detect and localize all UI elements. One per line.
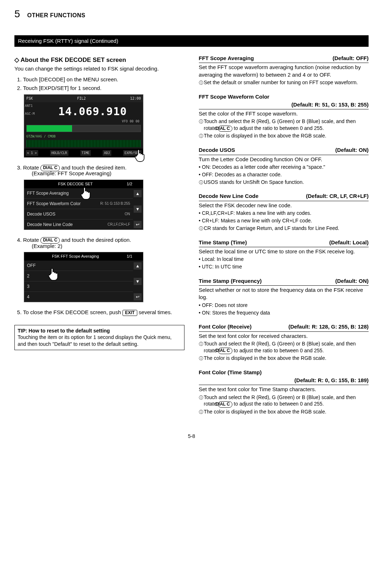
setting-timestamp-frequency: Time Stamp (Frequency)(Default: ON) Sele… — [199, 277, 369, 316]
ss1-meter — [26, 125, 141, 132]
ss1-clock: 12:00 — [130, 96, 141, 101]
dial-c-key: DIAL C — [218, 126, 232, 132]
setting-decode-usos: Decode USOS(Default: ON) Turn the Letter… — [199, 146, 369, 185]
ss1-mode: FSK — [26, 96, 33, 101]
setting-timestamp-time: Time Stamp (Time)(Default: Local) Select… — [199, 239, 369, 270]
ss1-filter: FIL2 — [77, 96, 86, 101]
intro-text: You can change the settings related to F… — [14, 65, 184, 72]
setting-fft-averaging: FFT Scope Averaging(Default: OFF) Set th… — [199, 55, 369, 86]
chapter-title: OTHER FUNCTIONS — [27, 12, 85, 19]
dial-c-key: DIAL C — [218, 348, 232, 354]
right-column: FFT Scope Averaging(Default: OFF) Set th… — [199, 55, 369, 422]
setting-decode-newline: Decode New Line Code(Default: CR, LF, CR… — [199, 193, 369, 231]
setting-font-color-receive: Font Color (Receive)(Default: R: 128, G:… — [199, 323, 369, 361]
page-footer: 5-8 — [14, 433, 369, 440]
dial-c-key: DIAL C — [218, 401, 232, 408]
chapter-number: 5 — [14, 7, 20, 21]
touch-hand-icon — [132, 146, 148, 162]
exit-key: EXIT — [123, 310, 137, 316]
radio-screenshot-1: FSK FIL2 12:00 ANT1 AGC-M 14.069.910 VFO… — [24, 94, 143, 158]
ss1-frequency: 14.069.910 — [42, 102, 143, 119]
left-column: ◇ About the FSK DECODE SET screen You ca… — [14, 55, 184, 422]
subsection-heading: ◇ About the FSK DECODE SET screen — [14, 56, 184, 64]
touch-hand-icon — [46, 265, 62, 281]
chapter-header: 5 OTHER FUNCTIONS — [14, 7, 369, 21]
step-3: Rotate DIAL C and touch the desired item… — [23, 164, 184, 177]
step-5: To close the FSK DECODE screen, push EXI… — [23, 309, 184, 316]
step-1: Touch [DECODE] on the MENU screen. — [23, 76, 184, 83]
touch-hand-icon — [78, 184, 94, 200]
setting-fft-waveform-color: FFT Scope Waveform Color (Default: R: 51… — [199, 93, 369, 140]
tip-body: Touching the item or its option for 1 se… — [18, 334, 172, 347]
step-2: Touch [EXPD/SET] for 1 second. — [23, 85, 184, 92]
section-bar: Receiving FSK (RTTY) signal (Continued) — [14, 35, 369, 47]
radio-screenshot-2: FSK DECODE SET1/2 FFT Scope Averaging FF… — [24, 180, 143, 230]
radio-screenshot-3: FSK FFT Scope Averaging1/1 OFF 2 3 4 ▲ ▼… — [24, 252, 143, 303]
setting-font-color-timestamp: Font Color (Time Stamp) (Default: R: 0, … — [199, 369, 369, 415]
tip-box: TIP: How to reset to the default setting… — [14, 325, 184, 350]
step-4: Rotate DIAL C and touch the desired opti… — [23, 236, 184, 250]
tip-heading: TIP: How to reset to the default setting — [18, 328, 110, 334]
